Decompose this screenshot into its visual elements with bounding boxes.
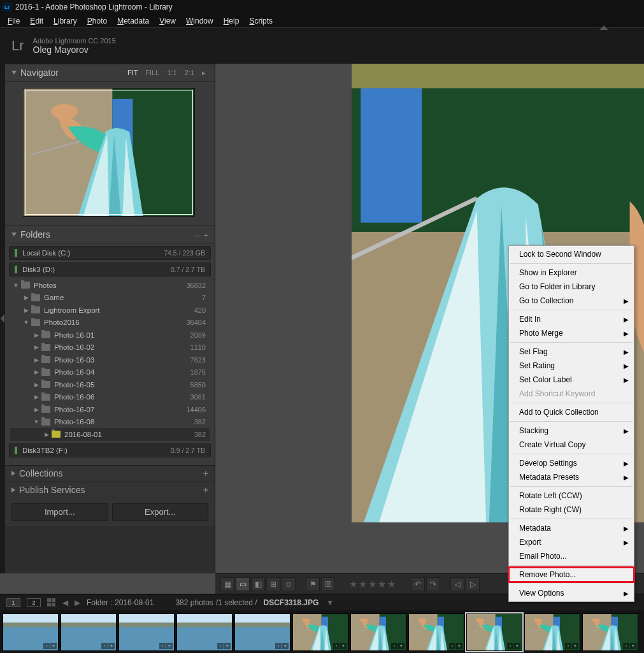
- import-button[interactable]: Import...: [11, 503, 108, 521]
- folder-row[interactable]: Photo-16-021110: [10, 341, 210, 354]
- menu-scripts[interactable]: Scripts: [244, 15, 278, 27]
- caret-right-icon[interactable]: [33, 344, 39, 350]
- collapse-top-icon[interactable]: [599, 25, 608, 30]
- monitor-2-icon[interactable]: 2: [27, 598, 41, 607]
- folder-row[interactable]: Photo-16-037623: [10, 354, 210, 366]
- drive-row[interactable]: Local Disk (C:)74.5 / 223 GB: [9, 246, 211, 260]
- people-view-icon[interactable]: ☺: [282, 577, 296, 591]
- caret-right-icon[interactable]: [33, 332, 39, 338]
- filmstrip[interactable]: ▫±▫±▫±▫±▫±▫±▫±▫±▫±▫±▫±: [0, 610, 644, 653]
- folder-row[interactable]: 2016-08-01382: [10, 428, 210, 441]
- export-button[interactable]: Export...: [112, 503, 209, 521]
- filmstrip-thumb[interactable]: ▫±: [3, 614, 59, 651]
- loupe-view-icon[interactable]: ▭: [236, 577, 250, 591]
- caret-down-icon[interactable]: [13, 282, 19, 289]
- menu-item[interactable]: Rotate Right (CW): [509, 503, 634, 517]
- plus-icon[interactable]: +: [203, 485, 208, 495]
- rotate-cw-icon[interactable]: ↷: [426, 577, 440, 591]
- menu-item[interactable]: Photo Merge▶: [509, 326, 634, 340]
- zoom-1-1[interactable]: 1:1: [164, 68, 179, 78]
- folder-row[interactable]: Photo-16-041875: [10, 366, 210, 379]
- menu-item[interactable]: Show in Explorer: [509, 266, 634, 280]
- menu-item[interactable]: Develop Settings▶: [509, 456, 634, 470]
- menu-item[interactable]: Set Rating▶: [509, 359, 634, 373]
- menu-view[interactable]: View: [154, 15, 181, 27]
- navigator-preview[interactable]: [5, 82, 215, 226]
- folder-row[interactable]: Game7: [10, 292, 210, 305]
- filmstrip-thumb[interactable]: ▫±: [118, 614, 175, 651]
- filmstrip-thumb[interactable]: ▫±: [582, 614, 638, 651]
- grid-view-icon[interactable]: ▦: [220, 577, 234, 591]
- menu-item[interactable]: Edit In▶: [509, 312, 634, 326]
- menu-edit[interactable]: Edit: [25, 15, 48, 27]
- filmstrip-thumb[interactable]: ▫±: [350, 614, 406, 651]
- nav-play-icon[interactable]: ▷: [466, 577, 480, 591]
- folder-row[interactable]: Photos36832: [10, 279, 210, 292]
- menu-item[interactable]: Export▶: [509, 535, 634, 549]
- menu-metadata[interactable]: Metadata: [112, 15, 154, 27]
- filmstrip-thumb[interactable]: ▫±: [292, 614, 348, 651]
- caret-right-icon[interactable]: [23, 294, 29, 301]
- folder-row[interactable]: Lightroom Export420: [10, 304, 210, 317]
- menu-item[interactable]: View Options▶: [509, 586, 634, 600]
- menu-item[interactable]: Set Color Label▶: [509, 373, 634, 387]
- caret-right-icon[interactable]: [33, 394, 39, 400]
- compare-view-icon[interactable]: ◧: [251, 577, 265, 591]
- drive-row[interactable]: Disk3 (D:)0.7 / 2.7 TB: [9, 262, 211, 276]
- plus-icon[interactable]: +: [201, 231, 208, 238]
- menu-item[interactable]: Email Photo...: [509, 549, 634, 563]
- filmstrip-thumb[interactable]: ▫±: [524, 614, 580, 651]
- filmstrip-thumb[interactable]: ▫±: [234, 614, 290, 651]
- menu-library[interactable]: Library: [48, 15, 82, 27]
- folder-row[interactable]: Photo-16-012089: [10, 329, 210, 341]
- menu-item[interactable]: Lock to Second Window: [509, 247, 634, 261]
- caret-down-icon[interactable]: [23, 319, 29, 326]
- menu-item[interactable]: Stacking▶: [509, 424, 634, 438]
- menu-file[interactable]: File: [3, 15, 25, 27]
- collapse-left-handle[interactable]: [0, 64, 5, 573]
- zoom-menu-icon[interactable]: ▸: [199, 68, 208, 78]
- folders-header[interactable]: Folders —+: [5, 226, 215, 243]
- drive-row[interactable]: Disk3TB2 (F:)0.9 / 2.7 TB: [9, 443, 211, 457]
- painter-icon[interactable]: ⚑: [306, 577, 320, 591]
- menu-window[interactable]: Window: [181, 15, 218, 27]
- caret-right-icon[interactable]: [33, 406, 39, 413]
- caret-right-icon[interactable]: [33, 369, 39, 375]
- folder-row[interactable]: Photo-16-063061: [10, 391, 210, 404]
- caret-right-icon[interactable]: [43, 431, 50, 438]
- monitor-1-icon[interactable]: 1: [6, 598, 20, 607]
- menu-item[interactable]: Set Flag▶: [509, 345, 634, 359]
- collections-header[interactable]: Collections +: [5, 465, 215, 482]
- caret-right-icon[interactable]: [23, 307, 29, 313]
- filmstrip-thumb[interactable]: ▫±: [176, 614, 233, 651]
- survey-view-icon[interactable]: ⊞: [266, 577, 280, 591]
- dropdown-icon[interactable]: ▼: [326, 598, 334, 607]
- minus-icon[interactable]: —: [192, 231, 199, 238]
- folder-row[interactable]: Photo201636404: [10, 317, 210, 329]
- back-icon[interactable]: ◀: [62, 598, 68, 607]
- zoom-fill[interactable]: FILL: [143, 68, 162, 78]
- menu-item[interactable]: Rotate Left (CCW): [509, 489, 634, 503]
- menu-help[interactable]: Help: [218, 15, 245, 27]
- rating-stars[interactable]: ★★★★★: [349, 578, 397, 590]
- caret-right-icon[interactable]: [33, 382, 39, 388]
- sort-icon[interactable]: ☒: [321, 577, 335, 591]
- menu-item[interactable]: Go to Folder in Library: [509, 280, 634, 294]
- menu-item[interactable]: Remove Photo...: [509, 568, 634, 582]
- caret-down-icon[interactable]: [33, 419, 39, 425]
- menu-photo[interactable]: Photo: [82, 15, 112, 27]
- forward-icon[interactable]: ▶: [75, 598, 80, 607]
- path-folder[interactable]: 2016-08-01: [115, 598, 154, 607]
- folder-row[interactable]: Photo-16-0714406: [10, 403, 210, 416]
- filmstrip-thumb[interactable]: ▫±: [466, 614, 522, 651]
- zoom-2-1[interactable]: 2:1: [182, 68, 197, 78]
- menu-item[interactable]: Add to Quick Collection: [509, 405, 634, 419]
- zoom-fit[interactable]: FIT: [125, 68, 141, 78]
- filmstrip-thumb[interactable]: ▫±: [61, 614, 117, 651]
- menu-item[interactable]: Go to Collection▶: [509, 294, 634, 308]
- menu-item[interactable]: Metadata▶: [509, 521, 634, 535]
- menu-item[interactable]: Metadata Presets▶: [509, 470, 634, 484]
- grid-shortcut-icon[interactable]: [47, 598, 56, 607]
- caret-right-icon[interactable]: [33, 357, 39, 363]
- folder-row[interactable]: Photo-16-08382: [10, 416, 210, 429]
